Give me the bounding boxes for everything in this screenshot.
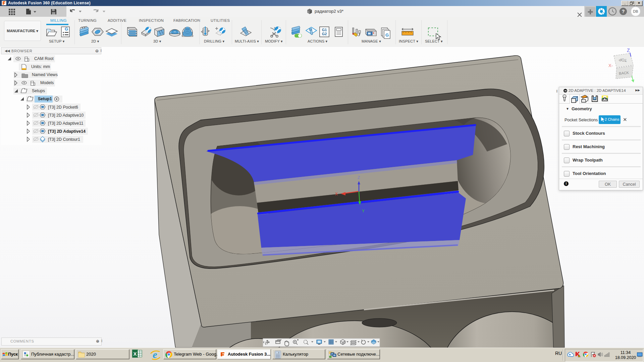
svg-text:Y: Y [362, 209, 365, 214]
svg-text:X: X [335, 192, 338, 196]
svg-text:G2: G2 [322, 32, 327, 36]
svg-text:X: X [133, 351, 137, 357]
svg-text:G1: G1 [322, 28, 327, 32]
svg-text:Z: Z [627, 48, 630, 53]
svg-text:TOP: TOP [619, 57, 627, 63]
svg-text:0: 0 [278, 352, 279, 354]
svg-text:Z: Z [358, 175, 360, 180]
svg-text:X-: X- [608, 63, 613, 68]
svg-text:G: G [65, 26, 68, 32]
svg-text:G: G [385, 33, 389, 38]
svg-text:DB: DB [633, 9, 638, 13]
svg-text:?: ? [622, 9, 625, 14]
